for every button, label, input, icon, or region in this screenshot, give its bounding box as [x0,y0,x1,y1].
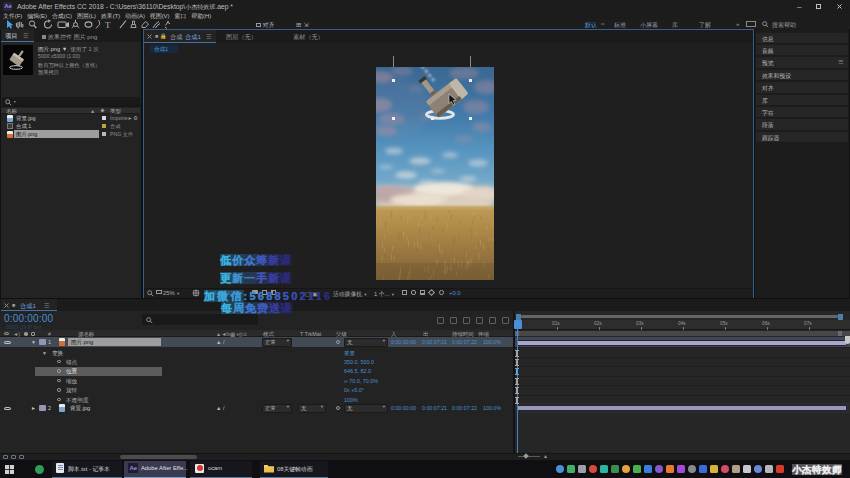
svg-text:T: T [105,19,111,29]
